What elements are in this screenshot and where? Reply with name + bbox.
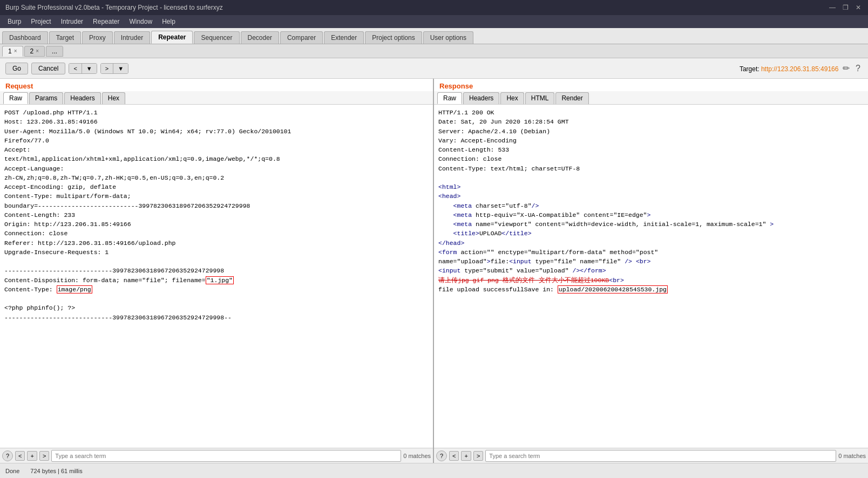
- request-title: Request: [0, 79, 433, 91]
- response-search-prev-button[interactable]: <: [449, 451, 459, 461]
- tab-extender[interactable]: Extender: [324, 31, 364, 44]
- request-tab-params[interactable]: Params: [29, 92, 63, 104]
- minimize-button[interactable]: —: [828, 3, 837, 12]
- status-size: 724 bytes | 61 millis: [30, 468, 82, 474]
- menu-burp[interactable]: Burp: [3, 17, 25, 26]
- request-search-input[interactable]: [51, 450, 401, 462]
- tab-comparer[interactable]: Comparer: [280, 31, 323, 44]
- response-tab-render[interactable]: Render: [555, 92, 588, 104]
- window-controls: — ❐ ✕: [828, 3, 863, 12]
- response-panel: Response Raw Headers Hex HTML Render HTT…: [434, 79, 868, 463]
- request-search-bar: ? < + > 0 matches: [0, 448, 433, 463]
- response-search-help-button[interactable]: ?: [436, 450, 447, 461]
- repeater-tabs: 1 × 2 × ...: [0, 44, 868, 58]
- repeater-tab-1[interactable]: 1 ×: [2, 46, 23, 57]
- upload-path-highlight: upload/20200620042854S530.jpg: [558, 285, 668, 293]
- tab-sequencer[interactable]: Sequencer: [194, 31, 239, 44]
- close-tab-1-icon[interactable]: ×: [14, 48, 17, 54]
- response-tab-raw[interactable]: Raw: [437, 92, 462, 104]
- back-button[interactable]: <: [69, 64, 82, 73]
- go-button[interactable]: Go: [5, 63, 28, 74]
- target-url: http://123.206.31.85:49166: [761, 65, 838, 73]
- menu-bar: Burp Project Intruder Repeater Window He…: [0, 15, 868, 28]
- menu-intruder[interactable]: Intruder: [57, 17, 87, 26]
- response-tabs: Raw Headers Hex HTML Render: [434, 91, 868, 105]
- maximize-button[interactable]: ❐: [841, 3, 850, 12]
- menu-project[interactable]: Project: [26, 17, 55, 26]
- success-text: file upload successfullSave in:: [438, 286, 558, 293]
- response-tab-headers[interactable]: Headers: [463, 92, 499, 104]
- request-panel: Request Raw Params Headers Hex POST /upl…: [0, 79, 434, 463]
- back-nav-group: < ▼: [69, 63, 97, 74]
- request-match-count: 0 matches: [403, 453, 431, 459]
- tab-dashboard[interactable]: Dashboard: [2, 31, 48, 44]
- response-tab-hex[interactable]: Hex: [500, 92, 524, 104]
- repeater-tab-2[interactable]: 2 ×: [24, 46, 45, 57]
- back-dropdown-button[interactable]: ▼: [82, 64, 97, 73]
- tab-user-options[interactable]: User options: [423, 31, 473, 44]
- response-title: Response: [434, 79, 868, 91]
- request-tab-headers[interactable]: Headers: [64, 92, 100, 104]
- close-button[interactable]: ✕: [854, 3, 863, 12]
- request-tab-raw[interactable]: Raw: [3, 92, 28, 104]
- response-content[interactable]: HTTP/1.1 200 OK Date: Sat, 20 Jun 2020 1…: [434, 105, 868, 448]
- tab-target[interactable]: Target: [49, 31, 81, 44]
- repeater-tab-more[interactable]: ...: [46, 46, 63, 57]
- menu-window[interactable]: Window: [125, 17, 157, 26]
- request-search-prev-button[interactable]: <: [15, 451, 25, 461]
- response-search-input[interactable]: [485, 450, 836, 462]
- tab-proxy[interactable]: Proxy: [82, 31, 113, 44]
- menu-help[interactable]: Help: [158, 17, 180, 26]
- request-tab-hex[interactable]: Hex: [102, 92, 125, 104]
- response-search-bar: ? < + > 0 matches: [434, 448, 868, 463]
- strike-text: 请上传jpg gif png 格式的文件 文件大小不能超过100KB: [438, 277, 609, 284]
- app-title: Burp Suite Professional v2.0beta - Tempo…: [5, 4, 223, 11]
- request-search-options-button[interactable]: >: [39, 451, 49, 461]
- request-tabs: Raw Params Headers Hex: [0, 91, 433, 105]
- fwd-dropdown-button[interactable]: ▼: [113, 64, 128, 73]
- status-bar: Done 724 bytes | 61 millis: [0, 463, 868, 478]
- main-content: Request Raw Params Headers Hex POST /upl…: [0, 79, 868, 463]
- top-tabs: Dashboard Target Proxy Intruder Repeater…: [0, 28, 868, 44]
- request-search-next-button[interactable]: +: [27, 451, 37, 461]
- response-search-next-button[interactable]: +: [461, 451, 471, 461]
- menu-repeater[interactable]: Repeater: [89, 17, 124, 26]
- tab-decoder[interactable]: Decoder: [241, 31, 279, 44]
- filename-highlight: "1.jpg": [206, 276, 234, 284]
- title-bar: Burp Suite Professional v2.0beta - Tempo…: [0, 0, 868, 15]
- request-content[interactable]: POST /upload.php HTTP/1.1 Host: 123.206.…: [0, 105, 433, 448]
- target-label: Target: http://123.206.31.85:49166 ✏ ?: [740, 62, 863, 74]
- fwd-nav-group: > ▼: [100, 63, 128, 74]
- tab-repeater[interactable]: Repeater: [151, 31, 193, 44]
- cancel-button[interactable]: Cancel: [31, 63, 65, 74]
- status-text: Done: [5, 468, 19, 474]
- response-search-options-button[interactable]: >: [473, 451, 483, 461]
- toolbar: Go Cancel < ▼ > ▼ Target: http://123.206…: [0, 58, 868, 79]
- response-tab-html[interactable]: HTML: [525, 92, 555, 104]
- edit-target-button[interactable]: ✏: [840, 62, 852, 74]
- close-tab-2-icon[interactable]: ×: [36, 48, 39, 54]
- forward-button[interactable]: >: [101, 64, 113, 73]
- request-search-help-button[interactable]: ?: [2, 450, 13, 461]
- response-match-count: 0 matches: [838, 453, 866, 459]
- tab-project-options[interactable]: Project options: [365, 31, 422, 44]
- tab-intruder[interactable]: Intruder: [114, 31, 150, 44]
- target-help-button[interactable]: ?: [853, 63, 863, 74]
- content-type-highlight: image/png: [57, 285, 92, 293]
